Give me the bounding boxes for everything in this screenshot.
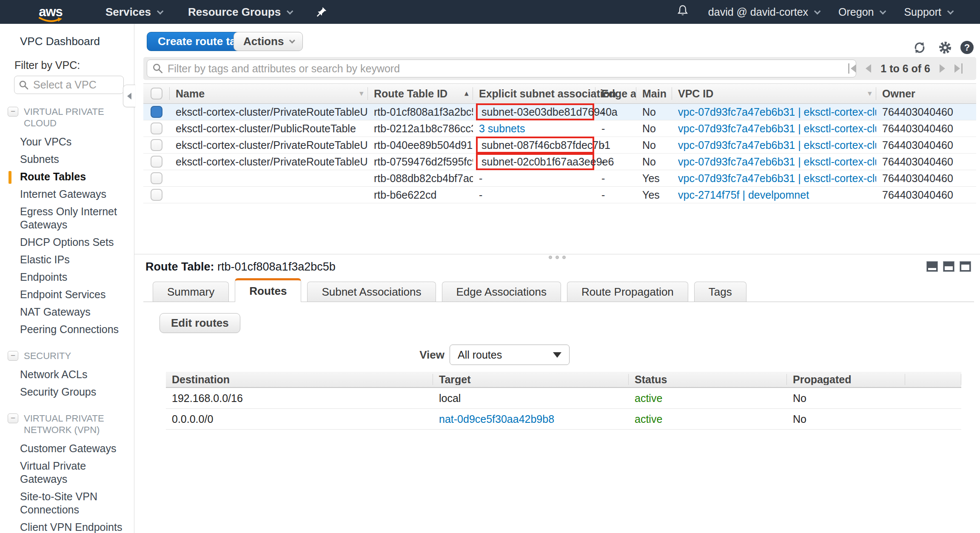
nav-support-menu[interactable]: Support xyxy=(904,6,952,18)
tab-tags[interactable]: Tags xyxy=(694,282,746,302)
tab-routes[interactable]: Routes xyxy=(235,278,301,302)
pane-medium-icon[interactable] xyxy=(943,261,954,272)
vpc-id-link[interactable]: vpc-07d93fc7a47eb6b31 | eksctl-cortex-cl… xyxy=(678,123,876,135)
table-row[interactable]: rtb-b6e622cd - - Yes vpc-2714f75f | deve… xyxy=(143,187,976,203)
main-content: Create route table Actions ? xyxy=(134,24,980,533)
column-header-name[interactable]: Name▾ xyxy=(170,87,368,100)
vpc-id-link[interactable]: vpc-2714f75f | develpomnet xyxy=(678,189,809,201)
sidebar-item-security-groups[interactable]: Security Groups xyxy=(0,383,134,401)
column-header-owner[interactable]: Owner xyxy=(876,87,976,100)
select-vpc-input[interactable]: Select a VPC xyxy=(14,76,124,94)
sidebar-item-network-acls[interactable]: Network ACLs xyxy=(0,366,134,383)
nav-user-menu[interactable]: david @ david-cortex xyxy=(708,6,819,18)
help-button[interactable]: ? xyxy=(960,41,974,54)
sort-desc-icon[interactable]: ▾ xyxy=(359,87,363,100)
route-row[interactable]: 192.168.0.0/16 local active No xyxy=(166,388,961,409)
nav-services-menu[interactable]: Services xyxy=(105,6,162,19)
sort-desc-icon[interactable]: ▾ xyxy=(868,87,872,100)
route-row[interactable]: 0.0.0.0/0 nat-0d9ce5f30aa42b9b8 active N… xyxy=(166,409,961,430)
nav-user-label: david @ david-cortex xyxy=(708,6,808,18)
row-checkbox[interactable] xyxy=(151,172,162,184)
sidebar-item-elastic-ips[interactable]: Elastic IPs xyxy=(0,251,134,268)
pagination-last-button[interactable] xyxy=(954,63,963,74)
pagination-first-button[interactable] xyxy=(848,63,856,74)
sidebar-item-virtual-private-gateways[interactable]: Virtual Private Gateways xyxy=(0,457,134,488)
notifications-bell-button[interactable] xyxy=(677,5,689,19)
row-checkbox[interactable] xyxy=(151,139,162,151)
sidebar-item-client-vpn-endpoints[interactable]: Client VPN Endpoints xyxy=(0,519,134,533)
sort-asc-icon[interactable]: ▴ xyxy=(464,87,468,100)
sidebar-item-subnets[interactable]: Subnets xyxy=(0,151,134,168)
section-header-security[interactable]: − SECURITY xyxy=(0,350,134,362)
aws-logo[interactable]: aws xyxy=(36,6,66,18)
pane-resize-handle[interactable] xyxy=(549,256,566,259)
settings-button[interactable] xyxy=(938,41,952,54)
red-annotation-box: subnet-02c0b1f67aa3ee9e6 xyxy=(476,153,594,170)
table-row[interactable]: eksctl-cortex-cluster/PrivateRouteTableU… xyxy=(143,137,976,154)
row-checkbox[interactable] xyxy=(151,156,162,168)
section-header-vpc[interactable]: − VIRTUAL PRIVATE CLOUD xyxy=(0,106,134,129)
sidebar-item-peering-connections[interactable]: Peering Connections xyxy=(0,321,134,338)
pane-small-icon[interactable] xyxy=(926,261,938,272)
select-all-checkbox[interactable] xyxy=(151,88,162,100)
column-header-vpc-id[interactable]: VPC ID▾ xyxy=(672,87,876,100)
sidebar-item-endpoints[interactable]: Endpoints xyxy=(0,268,134,286)
pagination-prev-button[interactable] xyxy=(866,64,871,73)
sidebar-item-vpc-dashboard[interactable]: VPC Dashboard xyxy=(20,35,134,48)
vpc-id-link[interactable]: vpc-07d93fc7a47eb6b31 | eksctl-cortex-cl… xyxy=(678,106,876,118)
collapse-minus-icon[interactable]: − xyxy=(8,413,18,423)
vpc-id-link[interactable]: vpc-07d93fc7a47eb6b31 | eksctl-cortex-cl… xyxy=(678,139,876,151)
sidebar-collapse-button[interactable] xyxy=(123,85,135,107)
route-tables-table: Name▾ Route Table ID▴ Explicit subnet as… xyxy=(143,83,976,203)
vpc-id-link[interactable]: vpc-07d93fc7a47eb6b31 | eksctl-cortex-cl… xyxy=(678,172,876,185)
nav-resource-groups-label: Resource Groups xyxy=(188,6,281,19)
column-header-route-table-id[interactable]: Route Table ID▴ xyxy=(368,87,473,100)
column-header-destination[interactable]: Destination xyxy=(166,374,433,385)
refresh-button[interactable] xyxy=(913,41,926,54)
table-row[interactable]: eksctl-cortex-cluster/PublicRouteTable r… xyxy=(143,120,976,137)
column-header-spacer xyxy=(905,374,961,385)
edit-routes-button[interactable]: Edit routes xyxy=(160,313,240,333)
column-header-target[interactable]: Target xyxy=(433,374,629,385)
sidebar-item-dhcp-options[interactable]: DHCP Options Sets xyxy=(0,234,134,251)
pin-shortcut-button[interactable] xyxy=(315,6,328,18)
table-row[interactable]: eksctl-cortex-cluster/PrivateRouteTableU… xyxy=(143,154,976,170)
table-row[interactable]: eksctl-cortex-cluster/PrivateRouteTableU… xyxy=(143,104,976,120)
sidebar-item-site-to-site-vpn[interactable]: Site-to-Site VPN Connections xyxy=(0,488,134,519)
search-filter-input[interactable] xyxy=(168,63,851,75)
nat-gateway-link[interactable]: nat-0d9ce5f30aa42b9b8 xyxy=(439,413,554,425)
sidebar-item-egress-only-igw[interactable]: Egress Only Internet Gateways xyxy=(0,203,134,234)
column-header-propagated[interactable]: Propagated xyxy=(787,374,905,385)
sidebar-item-customer-gateways[interactable]: Customer Gateways xyxy=(0,440,134,457)
nav-resource-groups-menu[interactable]: Resource Groups xyxy=(188,6,291,19)
row-checkbox-checked[interactable] xyxy=(151,106,162,118)
row-checkbox[interactable] xyxy=(151,123,162,134)
column-header-status[interactable]: Status xyxy=(629,374,787,385)
subnets-link[interactable]: 3 subnets xyxy=(479,123,525,134)
row-checkbox[interactable] xyxy=(151,189,162,201)
sidebar-item-route-tables[interactable]: Route Tables xyxy=(0,168,134,185)
column-header-main[interactable]: Main xyxy=(636,87,672,100)
tab-summary[interactable]: Summary xyxy=(153,282,229,302)
table-row[interactable]: rtb-088db82cb4bf7acee - - Yes vpc-07d93f… xyxy=(143,170,976,187)
sidebar-item-internet-gateways[interactable]: Internet Gateways xyxy=(0,185,134,203)
nav-region-menu[interactable]: Oregon xyxy=(838,6,884,18)
vpc-id-link[interactable]: vpc-07d93fc7a47eb6b31 | eksctl-cortex-cl… xyxy=(678,156,876,168)
sidebar-item-your-vpcs[interactable]: Your VPCs xyxy=(0,133,134,151)
sidebar-item-endpoint-services[interactable]: Endpoint Services xyxy=(0,286,134,303)
pane-large-icon[interactable] xyxy=(960,261,971,272)
pagination-next-button[interactable] xyxy=(940,64,945,73)
column-header-edge-associations[interactable]: Edge ass xyxy=(595,87,636,100)
column-header-explicit-subnet-association[interactable]: Explicit subnet association xyxy=(473,87,595,100)
tab-edge-associations[interactable]: Edge Associations xyxy=(442,282,561,302)
view-select-dropdown[interactable]: All routes xyxy=(450,345,570,365)
collapse-minus-icon[interactable]: − xyxy=(8,351,18,361)
first-page-icon xyxy=(851,64,856,73)
actions-button[interactable]: Actions xyxy=(234,32,303,51)
tab-route-propagation[interactable]: Route Propagation xyxy=(567,282,688,302)
search-filter-field[interactable] xyxy=(147,60,856,77)
section-header-vpn[interactable]: − VIRTUAL PRIVATE NETWORK (VPN) xyxy=(0,413,134,436)
collapse-minus-icon[interactable]: − xyxy=(8,107,18,117)
sidebar-item-nat-gateways[interactable]: NAT Gateways xyxy=(0,303,134,321)
tab-subnet-associations[interactable]: Subnet Associations xyxy=(307,282,436,302)
